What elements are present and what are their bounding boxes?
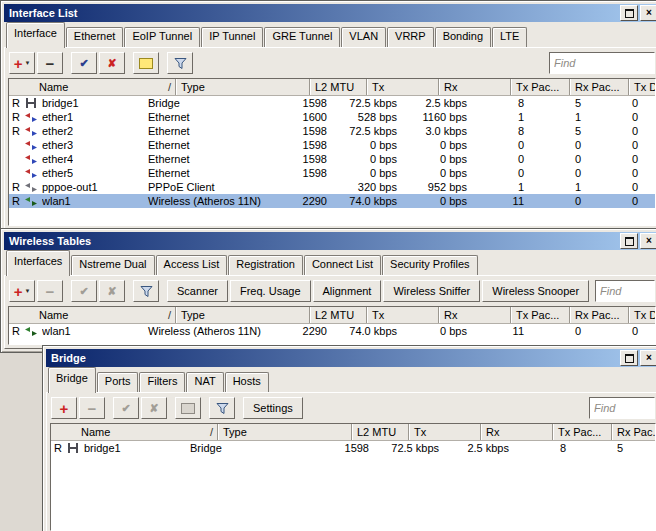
column-header-tx-drops[interactable]: Tx Drops [629,307,655,323]
tab-registration[interactable]: Registration [228,255,303,275]
remove-button[interactable]: − [37,52,63,74]
column-header-rx[interactable]: Rx [439,307,511,323]
column-header-tx[interactable]: Tx [367,79,439,95]
filter-button[interactable] [209,397,235,419]
cell-rx-packet: 1 [528,180,585,194]
column-header-l2mtu[interactable]: L2 MTU [310,307,367,323]
alignment-button[interactable]: Alignment [313,280,382,302]
tab-security-profiles[interactable]: Security Profiles [382,255,477,275]
tab-ip-tunnel[interactable]: IP Tunnel [201,27,263,47]
column-header-rx-packet[interactable]: Rx Pac... [570,307,629,323]
tab-filters[interactable]: Filters [139,372,185,392]
cell-l2mtu: 1598 [276,124,331,138]
close-button[interactable]: × [640,5,656,21]
tab-access-list[interactable]: Access List [156,255,228,275]
column-header-name[interactable]: Name/ [9,79,176,95]
column-header-rx-packet[interactable]: Rx Pac... [612,424,655,440]
tab-nstreme-dual[interactable]: Nstreme Dual [71,255,154,275]
filter-button[interactable] [167,52,193,74]
wireless-snooper-button[interactable]: Wireless Snooper [482,280,589,302]
add-button[interactable]: +▼ [9,280,35,302]
comment-button[interactable] [175,397,201,419]
ethernet-icon [25,113,42,122]
tab-ports[interactable]: Ports [97,372,139,392]
maximize-button[interactable] [620,233,638,249]
cell-tx-drops: 0 [585,124,642,138]
table-row[interactable]: ether4 Ethernet 1598 0 bps 0 bps 0 0 0 [9,152,655,166]
tab-hosts[interactable]: Hosts [225,372,269,392]
table-row[interactable]: R pppoe-out1 PPPoE Client 320 bps 952 bp… [9,180,655,194]
tab-lte[interactable]: LTE [492,27,527,47]
column-header-tx[interactable]: Tx [367,307,439,323]
column-header-rx-packet[interactable]: Rx Pac... [570,79,629,95]
column-header-rx[interactable]: Rx [481,424,553,440]
table-row[interactable]: R wlan1 Wireless (Atheros 11N) 2290 74.0… [9,324,655,338]
remove-button[interactable]: − [79,397,105,419]
column-header-l2mtu[interactable]: L2 MTU [352,424,409,440]
column-header-l2mtu[interactable]: L2 MTU [310,79,367,95]
enable-button[interactable]: ✔ [71,52,97,74]
maximize-button[interactable] [620,5,638,21]
remove-button[interactable]: − [37,280,63,302]
add-button[interactable]: + [51,397,77,419]
disable-button[interactable]: ✘ [141,397,167,419]
column-header-type[interactable]: Type [218,424,352,440]
screen: Interface List × Interface Ethernet EoIP… [0,0,656,531]
disable-button[interactable]: ✘ [99,280,125,302]
tab-vlan[interactable]: VLAN [341,27,386,47]
cell-type: Bridge [144,96,276,110]
cell-name: R pppoe-out1 [9,180,144,194]
close-icon: × [646,8,652,18]
close-button[interactable]: × [640,350,656,366]
tab-gre-tunnel[interactable]: GRE Tunnel [264,27,340,47]
enable-button[interactable]: ✔ [71,280,97,302]
tab-interface[interactable]: Interface [6,22,65,48]
column-header-type[interactable]: Type [176,79,310,95]
window-title: Interface List [9,7,618,19]
filter-button[interactable] [133,280,159,302]
table-row[interactable]: R bridge1 Bridge 1598 72.5 kbps 2.5 kbps… [9,96,655,110]
table-row[interactable]: R ether2 Ethernet 1598 72.5 kbps 3.0 kbp… [9,124,655,138]
column-header-tx-packet[interactable]: Tx Pac... [511,79,570,95]
column-header-name[interactable]: Name/ [9,307,176,323]
find-input[interactable] [595,280,655,302]
cell-type: Wireless (Atheros 11N) [144,324,276,338]
tab-nat[interactable]: NAT [186,372,223,392]
table-row[interactable]: R ether1 Ethernet 1600 528 bps 1160 bps … [9,110,655,124]
tab-bonding[interactable]: Bonding [435,27,491,47]
column-header-tx-drops[interactable]: Tx Drops [629,79,655,95]
titlebar[interactable]: Wireless Tables × [4,232,656,250]
table-header: Name/ Type L2 MTU Tx Rx Tx Pac... Rx Pac… [9,79,655,96]
tab-interfaces[interactable]: Interfaces [6,250,70,276]
maximize-button[interactable] [620,350,638,366]
close-button[interactable]: × [640,233,656,249]
find-input[interactable] [589,397,655,419]
disable-button[interactable]: ✘ [99,52,125,74]
wireless-sniffer-button[interactable]: Wireless Sniffer [383,280,480,302]
column-header-type[interactable]: Type [176,307,310,323]
column-header-tx-packet[interactable]: Tx Pac... [553,424,612,440]
table-row[interactable]: ether3 Ethernet 1598 0 bps 0 bps 0 0 0 [9,138,655,152]
column-header-name[interactable]: Name/ [51,424,218,440]
table-row[interactable]: ether5 Ethernet 1598 0 bps 0 bps 0 0 0 [9,166,655,180]
tab-eoip-tunnel[interactable]: EoIP Tunnel [124,27,200,47]
column-header-tx-packet[interactable]: Tx Pac... [511,307,570,323]
tab-bridge[interactable]: Bridge [48,367,96,393]
tab-ethernet[interactable]: Ethernet [66,27,124,47]
scanner-button[interactable]: Scanner [167,280,228,302]
cell-tx-packet: 0 [471,138,528,152]
tab-connect-list[interactable]: Connect List [304,255,381,275]
column-header-tx[interactable]: Tx [409,424,481,440]
table-row-selected[interactable]: R wlan1 Wireless (Atheros 11N) 2290 74.0… [9,194,655,208]
enable-button[interactable]: ✔ [113,397,139,419]
tab-vrrp[interactable]: VRRP [387,27,434,47]
titlebar[interactable]: Bridge × [46,349,656,367]
find-input[interactable] [549,52,655,74]
settings-button[interactable]: Settings [243,397,303,419]
titlebar[interactable]: Interface List × [4,4,656,22]
comment-button[interactable] [133,52,159,74]
freq-usage-button[interactable]: Freq. Usage [230,280,311,302]
table-row[interactable]: R bridge1 Bridge 1598 72.5 kbps 2.5 kbps… [51,441,655,455]
add-button[interactable]: +▼ [9,52,35,74]
column-header-rx[interactable]: Rx [439,79,511,95]
